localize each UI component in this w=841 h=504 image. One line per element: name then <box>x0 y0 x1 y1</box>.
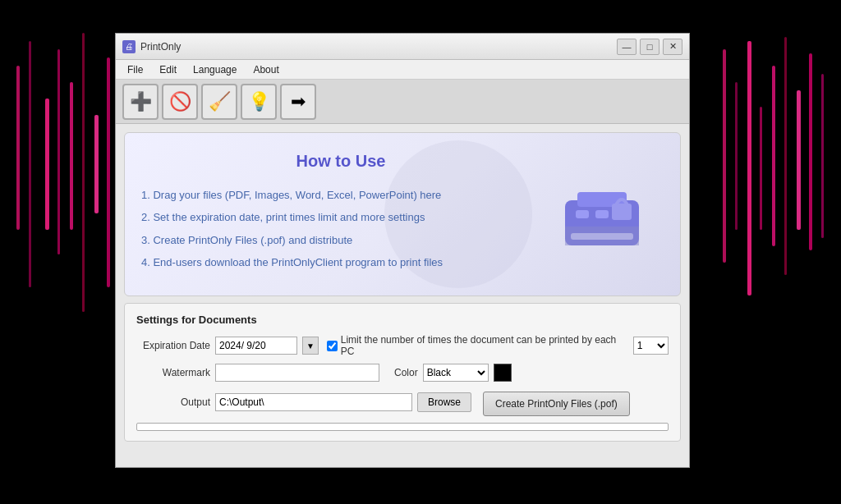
bg-line <box>16 66 20 230</box>
progress-bar <box>136 423 669 431</box>
bg-line <box>70 82 73 230</box>
toolbar-add-button[interactable]: ➕ <box>122 84 159 120</box>
app-icon: 🖨 <box>122 40 136 53</box>
howto-title: How to Use <box>141 152 540 171</box>
toolbar-cancel-button[interactable]: 🚫 <box>162 84 198 120</box>
output-label: Output <box>136 396 210 408</box>
howto-step: 3. Create PrintOnly Files (.pof) and dis… <box>141 232 540 249</box>
toolbar-tip-button[interactable]: 💡 <box>241 84 277 120</box>
minimize-button[interactable]: — <box>617 39 636 55</box>
howto-step: 1. Drag your files (PDF, Images, Word, E… <box>141 187 540 204</box>
bg-line <box>29 41 31 287</box>
maximize-button[interactable]: □ <box>640 39 659 55</box>
printer-illustration <box>553 169 651 259</box>
window-title: PrintOnly <box>140 41 617 53</box>
toolbar-export-button[interactable]: ➡ <box>280 84 316 120</box>
watermark-row: Watermark Color BlackRedBlueGreenCustom <box>136 364 669 382</box>
toolbar-clear-button[interactable]: 🧹 <box>201 84 237 120</box>
watermark-label: Watermark <box>136 367 210 378</box>
howto-step: 4. End-users download the PrintOnlyClien… <box>141 254 540 271</box>
color-select[interactable]: BlackRedBlueGreenCustom <box>423 364 489 382</box>
expiration-label: Expiration Date <box>136 340 210 351</box>
bg-line <box>821 74 824 238</box>
browse-button[interactable]: Browse <box>417 392 471 412</box>
bg-line <box>747 41 751 296</box>
bg-line <box>784 37 787 275</box>
svg-rect-6 <box>565 227 639 245</box>
menu-item-edit[interactable]: Edit <box>151 62 185 77</box>
bg-line <box>772 66 775 246</box>
svg-rect-2 <box>612 204 632 220</box>
bg-line <box>797 90 801 230</box>
printer-icon-area <box>540 169 664 259</box>
toolbar: ➕🚫🧹💡➡ <box>116 80 689 124</box>
output-row: Output Browse Create PrintOnly Files (.p… <box>136 388 669 416</box>
svg-rect-3 <box>576 210 589 218</box>
bg-line <box>107 57 110 287</box>
titlebar: 🖨 PrintOnly — □ ✕ <box>116 34 689 60</box>
howto-steps: 1. Drag your files (PDF, Images, Word, E… <box>141 187 540 271</box>
bg-line <box>57 49 60 254</box>
menu-item-about[interactable]: About <box>245 62 287 77</box>
application-window: 🖨 PrintOnly — □ ✕ FileEditLanguageAbout … <box>115 33 690 468</box>
expiration-row: Expiration Date ▼ Limit the number of ti… <box>136 334 669 357</box>
menu-item-file[interactable]: File <box>119 62 151 77</box>
main-content: How to Use 1. Drag your files (PDF, Imag… <box>116 124 689 467</box>
svg-rect-4 <box>595 210 609 218</box>
bg-line <box>82 33 85 312</box>
limit-checkbox-label: Limit the number of times the document c… <box>327 334 628 357</box>
expiration-input[interactable] <box>215 337 297 355</box>
create-button[interactable]: Create PrintOnly Files (.pof) <box>483 392 630 416</box>
color-label: Color <box>394 367 418 378</box>
menubar: FileEditLanguageAbout <box>116 60 689 80</box>
bg-line <box>723 49 726 263</box>
limit-checkbox[interactable] <box>327 341 338 351</box>
date-picker-button[interactable]: ▼ <box>302 337 319 355</box>
bg-line <box>809 53 812 250</box>
menu-item-language[interactable]: Language <box>185 62 245 77</box>
color-swatch[interactable] <box>494 364 512 382</box>
bg-line <box>760 107 762 230</box>
close-button[interactable]: ✕ <box>663 39 682 55</box>
howto-step: 2. Set the expiration date, print times … <box>141 209 540 226</box>
bg-line <box>735 82 738 230</box>
howto-text: How to Use 1. Drag your files (PDF, Imag… <box>141 152 540 277</box>
settings-title: Settings for Documents <box>136 314 669 326</box>
window-controls: — □ ✕ <box>617 39 682 55</box>
print-times-select[interactable]: 123510 <box>633 337 669 355</box>
bg-line <box>45 99 49 230</box>
limit-checkbox-text: Limit the number of times the document c… <box>341 334 628 357</box>
watermark-input[interactable] <box>215 364 379 382</box>
bg-line <box>94 115 99 213</box>
output-input[interactable] <box>215 393 412 411</box>
howto-card: How to Use 1. Drag your files (PDF, Imag… <box>124 132 681 296</box>
settings-panel: Settings for Documents Expiration Date ▼… <box>124 303 681 442</box>
